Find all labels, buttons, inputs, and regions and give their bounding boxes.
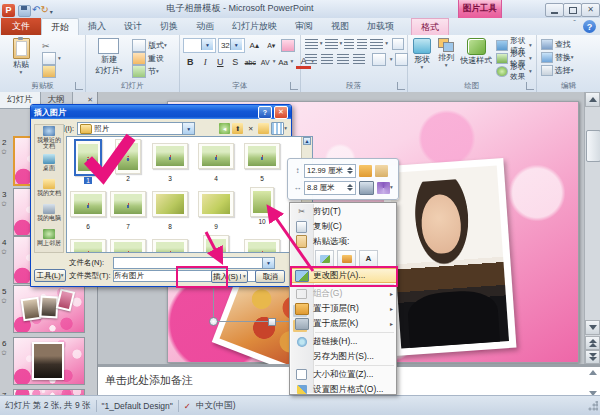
tab-addins[interactable]: 加载项 [358, 18, 403, 35]
restore-button[interactable] [563, 3, 582, 17]
clear-formatting-icon[interactable] [281, 39, 295, 52]
dialog-close-icon[interactable]: ✕ [274, 106, 288, 119]
find-button[interactable]: 查找 [539, 38, 598, 51]
minimize-ribbon-icon[interactable]: ˆ [568, 18, 581, 35]
tab-transitions[interactable]: 切换 [151, 18, 187, 35]
scroll-down-icon[interactable] [585, 320, 600, 335]
look-in-combo[interactable]: 照片 ▼ [77, 122, 195, 135]
dialog-launcher-icon[interactable] [526, 82, 534, 90]
file-thumbnail-9[interactable]: 9 [197, 187, 235, 233]
paste-button[interactable]: 粘贴 ▾ [2, 37, 40, 81]
slide-thumbnail-5[interactable]: 5✩ [0, 285, 97, 333]
height-spinner[interactable]: 12.99 厘米 [304, 164, 356, 178]
line-spacing-icon[interactable] [370, 39, 383, 50]
spin-down-icon[interactable] [347, 171, 353, 174]
menu-item-format-picture[interactable]: 设置图片格式(O)... [290, 382, 396, 397]
file-list[interactable]: 1 2 3 4 5 6 7 8 9 10 ▲ ▼ [66, 136, 313, 253]
shapes-button[interactable]: 形状▾ [410, 37, 434, 81]
quick-styles-button[interactable]: 快速样式 [458, 37, 494, 81]
tab-file[interactable]: 文件 [1, 18, 41, 35]
notes-scrollbar[interactable] [587, 370, 599, 396]
previous-slide-icon[interactable] [585, 336, 600, 350]
vertical-scrollbar[interactable] [584, 92, 600, 364]
spellcheck-icon[interactable]: ✓ [184, 401, 191, 411]
file-thumbnail[interactable] [243, 235, 281, 253]
scroll-up-icon[interactable] [585, 92, 600, 107]
reset-button[interactable]: 重设 [130, 52, 169, 65]
file-thumbnail-4[interactable]: 4 [197, 139, 235, 185]
place-documents[interactable]: 我的文档 [35, 175, 63, 200]
dialog-title-bar[interactable]: 插入图片 ? ✕ [31, 105, 291, 119]
copy-button[interactable]: ▾ [40, 52, 63, 65]
menu-item-change-picture[interactable]: 更改图片(A)... [290, 268, 396, 283]
file-thumbnail[interactable] [197, 235, 235, 253]
increase-indent-icon[interactable] [357, 39, 367, 50]
file-thumbnail-1[interactable]: 1 [69, 139, 107, 185]
shape-effects-button[interactable]: 形状效果▾ [494, 65, 534, 78]
section-button[interactable]: 节▾ [130, 65, 169, 78]
file-thumbnail-7[interactable]: 7 [109, 187, 147, 233]
scrollbar-thumb[interactable] [586, 130, 600, 162]
bullets-icon[interactable] [305, 39, 318, 50]
file-thumbnail[interactable] [151, 235, 189, 253]
paste-keep-formatting-icon[interactable] [337, 250, 356, 267]
back-icon[interactable]: ◂ [219, 123, 230, 134]
menu-item-copy[interactable]: 复制(C) [290, 219, 396, 234]
dialog-help-icon[interactable]: ? [258, 106, 272, 119]
text-shadow-button[interactable]: S [228, 55, 243, 69]
place-network[interactable]: 网上邻居 [35, 225, 63, 250]
menu-item-cut[interactable]: ✂剪切(T) [290, 204, 396, 219]
font-size-combo[interactable]: 32▼ [218, 38, 245, 53]
spin-up-icon[interactable] [347, 184, 353, 187]
views-icon[interactable] [271, 122, 284, 135]
file-thumbnail-8[interactable]: 8 [151, 187, 189, 233]
selection-handle[interactable] [268, 318, 276, 326]
place-recent[interactable]: 我最近的文档 [35, 125, 63, 150]
file-thumbnail-10[interactable]: 10 [243, 187, 281, 233]
tab-animations[interactable]: 动画 [187, 18, 223, 35]
tab-design[interactable]: 设计 [115, 18, 151, 35]
file-thumbnail-2[interactable]: 2 [109, 139, 147, 185]
align-left-icon[interactable] [305, 54, 317, 65]
tab-format[interactable]: 格式 [411, 18, 449, 35]
resize-grip[interactable] [588, 401, 598, 411]
file-thumbnail-6[interactable]: 6 [69, 187, 107, 233]
delete-icon[interactable]: ✕ [245, 123, 256, 134]
cancel-button[interactable]: 取消 [255, 270, 285, 283]
align-center-icon[interactable] [321, 54, 333, 65]
bold-button[interactable]: B [183, 55, 198, 69]
file-name-input[interactable]: ▼ [113, 257, 275, 269]
width-spinner[interactable]: 8.8 厘米 [304, 181, 356, 195]
shrink-font-button[interactable]: A▾ [264, 39, 279, 53]
slide-photo-portrait[interactable] [382, 158, 517, 356]
place-desktop[interactable]: 桌面 [35, 150, 63, 175]
close-button[interactable]: ✕ [581, 3, 600, 17]
grow-font-button[interactable]: A▴ [247, 39, 262, 53]
dialog-launcher-icon[interactable] [397, 82, 405, 90]
place-computer[interactable]: 我的电脑 [35, 200, 63, 225]
menu-item-send-to-back[interactable]: 置于底层(K)▸ [290, 316, 396, 331]
file-thumbnail[interactable] [69, 235, 107, 253]
align-right-icon[interactable] [337, 54, 349, 65]
spin-up-icon[interactable] [347, 167, 353, 170]
spin-down-icon[interactable] [347, 188, 353, 191]
menu-item-save-as-picture[interactable]: 另存为图片(S)... [290, 349, 396, 364]
file-thumbnail-3[interactable]: 3 [151, 139, 189, 185]
character-spacing-button[interactable]: AV [258, 55, 273, 69]
strikethrough-button[interactable]: abc [243, 55, 258, 69]
rotate-icon[interactable] [377, 182, 390, 194]
tab-home[interactable]: 开始 [41, 18, 79, 35]
replace-button[interactable]: 替换▾ [539, 51, 598, 64]
file-thumbnail-5[interactable]: 5 [243, 139, 281, 185]
tab-slideshow[interactable]: 幻灯片放映 [223, 18, 286, 35]
tab-view[interactable]: 视图 [322, 18, 358, 35]
scroll-up-icon[interactable]: ▲ [303, 137, 311, 145]
insert-button[interactable]: 插入(S)▾ [211, 270, 248, 283]
decrease-indent-icon[interactable] [344, 39, 354, 50]
change-case-button[interactable]: Aa [276, 55, 291, 69]
send-backward-icon[interactable] [375, 165, 388, 177]
tab-review[interactable]: 审阅 [286, 18, 322, 35]
selection-handle[interactable] [209, 317, 218, 326]
tab-insert[interactable]: 插入 [79, 18, 115, 35]
underline-button[interactable]: U [213, 55, 228, 69]
